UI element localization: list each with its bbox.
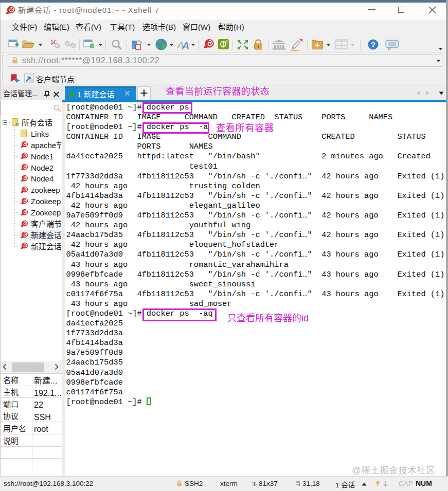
svg-text:?: ? — [371, 41, 375, 49]
svg-text:A: A — [181, 40, 189, 51]
